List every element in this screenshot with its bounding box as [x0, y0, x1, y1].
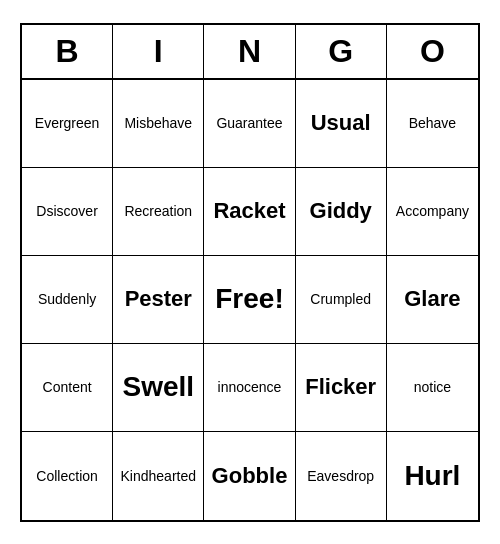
bingo-cell: Recreation: [113, 168, 204, 256]
header-letter: N: [204, 25, 295, 78]
bingo-cell: Flicker: [296, 344, 387, 432]
bingo-cell: Kindhearted: [113, 432, 204, 520]
bingo-cell: innocence: [204, 344, 295, 432]
bingo-cell: Swell: [113, 344, 204, 432]
bingo-cell: Content: [22, 344, 113, 432]
bingo-cell: Hurl: [387, 432, 478, 520]
bingo-cell: Eavesdrop: [296, 432, 387, 520]
bingo-header: BINGO: [22, 25, 478, 80]
bingo-card: BINGO EvergreenMisbehaveGuaranteeUsualBe…: [20, 23, 480, 522]
bingo-cell: Free!: [204, 256, 295, 344]
bingo-cell: Suddenly: [22, 256, 113, 344]
header-letter: B: [22, 25, 113, 78]
bingo-cell: Accompany: [387, 168, 478, 256]
header-letter: O: [387, 25, 478, 78]
bingo-cell: Glare: [387, 256, 478, 344]
bingo-cell: notice: [387, 344, 478, 432]
bingo-cell: Behave: [387, 80, 478, 168]
bingo-cell: Misbehave: [113, 80, 204, 168]
bingo-cell: Gobble: [204, 432, 295, 520]
bingo-grid: EvergreenMisbehaveGuaranteeUsualBehaveDs…: [22, 80, 478, 520]
bingo-cell: Giddy: [296, 168, 387, 256]
bingo-cell: Evergreen: [22, 80, 113, 168]
bingo-cell: Pester: [113, 256, 204, 344]
bingo-cell: Guarantee: [204, 80, 295, 168]
header-letter: I: [113, 25, 204, 78]
bingo-cell: Racket: [204, 168, 295, 256]
bingo-cell: Usual: [296, 80, 387, 168]
header-letter: G: [296, 25, 387, 78]
bingo-cell: Crumpled: [296, 256, 387, 344]
bingo-cell: Dsiscover: [22, 168, 113, 256]
bingo-cell: Collection: [22, 432, 113, 520]
